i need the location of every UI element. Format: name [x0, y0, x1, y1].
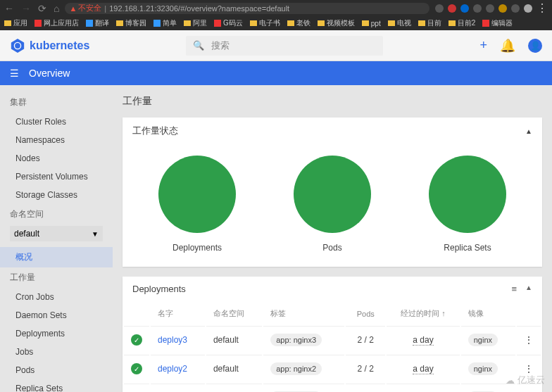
sidebar-section-namespace: 命名空间 [0, 204, 113, 225]
bookmark-item[interactable]: 阿里 [184, 18, 207, 28]
browser-toolbar: ← → ⟳ ⌂ ▲ 不安全 | 192.168.1.21:32306/#/ove… [0, 0, 552, 16]
insecure-badge: ▲ 不安全 [69, 3, 101, 13]
col-pods[interactable]: Pods [346, 303, 385, 324]
status-check-icon: ✓ [131, 334, 142, 346]
table-row: ✓ deploy2 default app: nginx2 2 / 2 a da… [124, 355, 541, 382]
notifications-icon[interactable]: 🔔 [500, 38, 515, 53]
extension-icons: ⋮ [435, 1, 548, 15]
status-label: Replica Sets [429, 243, 506, 253]
cell-namespace: default [206, 326, 262, 353]
ext-icon[interactable] [448, 4, 456, 13]
bookmark-item[interactable]: 目前2 [448, 18, 476, 28]
ext-icon[interactable] [460, 4, 469, 13]
col-labels[interactable]: 标签 [263, 303, 344, 324]
bookmark-item[interactable]: 简单 [153, 18, 177, 28]
account-icon[interactable]: 👤 [528, 39, 542, 53]
bookmark-item[interactable]: 电视 [388, 18, 411, 28]
forward-button[interactable]: → [21, 3, 31, 14]
search-input[interactable]: 🔍 搜索 [186, 36, 383, 56]
status-item[interactable]: Replica Sets [429, 156, 506, 253]
label-chip: app: nginx3 [270, 334, 322, 346]
namespace-selector[interactable]: default ▼ [10, 226, 103, 241]
logo[interactable]: kubernetes [10, 38, 89, 53]
sidebar-item[interactable]: Persistent Volumes [0, 167, 113, 186]
status-circle [158, 156, 236, 233]
ext-icon[interactable] [511, 4, 520, 13]
bookmark-item[interactable]: 网上应用店 [34, 18, 79, 28]
filter-icon[interactable]: ≡ [512, 284, 518, 294]
collapse-icon[interactable]: ▲ [525, 284, 532, 294]
page-title: Overview [29, 68, 70, 79]
bookmark-item[interactable]: 博客园 [116, 18, 146, 28]
sidebar-item[interactable]: Deployments [0, 324, 113, 343]
ext-icon[interactable] [435, 4, 444, 13]
ext-icon[interactable] [486, 4, 494, 13]
ext-icon[interactable] [473, 4, 482, 13]
app-header: kubernetes 🔍 搜索 + 🔔 👤 [0, 30, 552, 61]
nav-arrows: ← → ⟳ ⌂ [4, 3, 59, 14]
status-item[interactable]: Pods [294, 156, 371, 253]
col-name[interactable]: 名字 [151, 303, 205, 324]
bookmark-item[interactable]: 老铁 [287, 18, 310, 28]
bookmark-item[interactable]: 编辑器 [482, 18, 513, 28]
bookmark-item[interactable]: ppt [362, 20, 381, 27]
status-label: Deployments [158, 243, 236, 253]
status-item[interactable]: Deployments [158, 156, 236, 253]
cell-age: a day [413, 364, 433, 374]
sidebar-item[interactable]: Namespaces [0, 131, 113, 149]
cell-pods: 2 / 2 [346, 384, 385, 392]
col-images[interactable]: 镜像 [461, 303, 515, 324]
bookmark-item[interactable]: 目前 [418, 18, 441, 28]
chrome-menu-icon[interactable]: ⋮ [537, 1, 548, 15]
sidebar-item[interactable]: Storage Classes [0, 186, 113, 204]
bookmark-item[interactable]: 电子书 [250, 18, 280, 28]
search-icon: 🔍 [193, 40, 204, 51]
sidebar-item[interactable]: Nodes [0, 149, 113, 167]
create-button[interactable]: + [479, 38, 487, 53]
cell-namespace: default [206, 384, 262, 392]
header-actions: + 🔔 👤 [479, 38, 542, 53]
sidebar-item[interactable]: Pods [0, 361, 113, 379]
url-bar[interactable]: ▲ 不安全 | 192.168.1.21:32306/#/overview?na… [65, 3, 429, 14]
collapse-icon[interactable]: ▲ [525, 127, 532, 135]
bookmark-item[interactable]: 应用 [4, 18, 27, 28]
page-header-bar: ☰ Overview [0, 61, 552, 85]
table-row: ✓ deploy3 default app: nginx3 2 / 2 a da… [124, 326, 541, 353]
deployment-link[interactable]: deploy2 [158, 364, 187, 374]
brand-text: kubernetes [30, 39, 89, 52]
bookmark-item[interactable]: 翻译 [86, 18, 109, 28]
sidebar-section-cluster: 集群 [0, 92, 113, 113]
deployment-link[interactable]: deploy3 [158, 335, 187, 345]
menu-toggle-icon[interactable]: ☰ [10, 68, 19, 79]
svg-marker-0 [11, 38, 24, 52]
sidebar-item[interactable]: Jobs [0, 343, 113, 361]
cell-pods: 2 / 2 [346, 326, 385, 353]
sidebar-item[interactable]: Daemon Sets [0, 306, 113, 324]
status-check-icon: ✓ [131, 363, 142, 374]
label-chip: app: nginx2 [270, 362, 322, 375]
row-menu-icon[interactable]: ⋮ [517, 326, 541, 353]
workload-status-card: 工作量状态 ▲ DeploymentsPodsReplica Sets [123, 118, 542, 267]
sidebar-item-overview[interactable]: 概况 [0, 247, 113, 267]
ext-icon[interactable] [524, 4, 532, 13]
sidebar-item[interactable]: Replica Sets [0, 379, 113, 392]
card-title: 工作量状态 [132, 125, 178, 137]
ext-icon[interactable] [498, 4, 507, 13]
bookmark-item[interactable]: G码云 [214, 18, 243, 28]
kubernetes-icon [10, 38, 25, 53]
col-namespace[interactable]: 命名空间 [206, 303, 262, 324]
col-age[interactable]: 经过的时间 ↑ [387, 303, 460, 324]
bookmark-item[interactable]: 视频模板 [318, 18, 355, 28]
image-chip: nginx [468, 334, 498, 346]
deployments-card: Deployments ≡ ▲ 名字 命名空间 标签 Pods 经过的时间 ↑ … [123, 277, 542, 392]
content-area: 工作量 工作量状态 ▲ DeploymentsPodsReplica Sets … [113, 85, 552, 392]
home-button[interactable]: ⌂ [54, 3, 59, 14]
sidebar-item[interactable]: Cron Jobs [0, 288, 113, 306]
cloud-icon: ☁ [506, 375, 515, 386]
sidebar-item[interactable]: Cluster Roles [0, 113, 113, 131]
watermark: ☁ 亿速云 [506, 374, 545, 386]
sidebar-section-workloads: 工作量 [0, 267, 113, 288]
back-button[interactable]: ← [4, 3, 14, 14]
table-row: ✓ deploy1 default app: nginx1 2 / 2 a da… [124, 384, 541, 392]
reload-button[interactable]: ⟳ [38, 3, 46, 14]
